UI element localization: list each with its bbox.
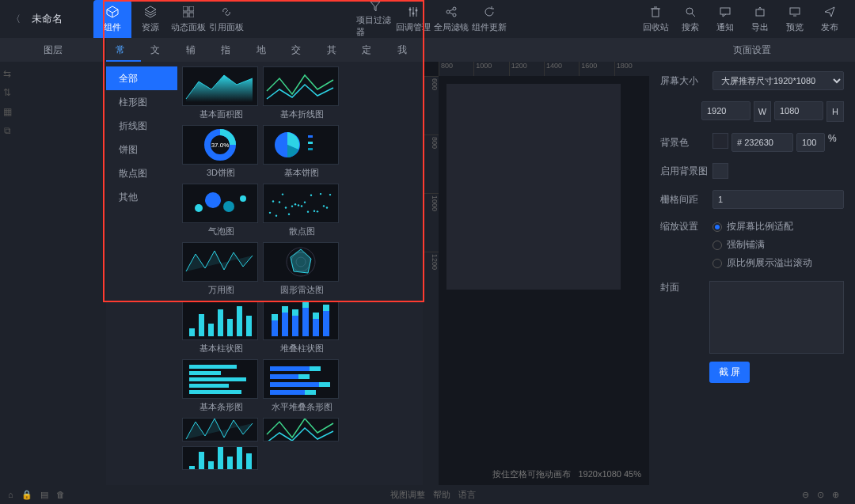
svg-rect-98 (270, 390, 305, 395)
zoom-opt-1[interactable]: 强制铺满 (712, 238, 844, 252)
chart-card[interactable] (182, 418, 260, 441)
svg-rect-23 (652, 9, 659, 17)
category-tabs: 常规 文字 辅助 指标 地图 交互 其他 定制 我的 (106, 38, 423, 62)
chart-card[interactable]: 水平堆叠条形图 (263, 359, 340, 413)
zoom-in-icon[interactable]: ⊕ (832, 490, 839, 500)
svg-point-58 (314, 210, 315, 212)
svg-rect-106 (246, 453, 252, 470)
tab-recycle[interactable]: 回收站 (638, 0, 673, 38)
align-icon[interactable]: ⇅ (3, 87, 11, 98)
zoom-out-icon[interactable]: ⊖ (802, 490, 809, 500)
cat-map[interactable]: 地图 (247, 38, 282, 62)
lock-icon[interactable]: 🔒 (21, 490, 32, 500)
tab-project-filter[interactable]: 项目过滤器 (356, 0, 394, 38)
tab-component-update[interactable]: 组件更新 (470, 0, 508, 38)
svg-line-21 (450, 9, 453, 11)
cat-custom[interactable]: 定制 (352, 38, 387, 62)
tab-label: 搜索 (682, 21, 699, 33)
cat-other[interactable]: 其他 (317, 38, 352, 62)
layer-panel (14, 62, 106, 485)
footer-lang[interactable]: 语言 (458, 489, 476, 501)
zoom-opt-0[interactable]: 按屏幕比例适配 (712, 220, 844, 233)
svg-point-63 (329, 194, 331, 195)
lib-side-bar[interactable]: 柱形图 (106, 90, 177, 114)
footer-view[interactable]: 视图调整 (390, 489, 425, 501)
tab-label: 组件 (104, 21, 121, 33)
copy-icon[interactable]: ⧉ (4, 125, 11, 136)
cat-text[interactable]: 文字 (141, 38, 176, 62)
chart-card[interactable]: 基本柱状图 (182, 301, 260, 354)
lib-side-pie[interactable]: 饼图 (106, 138, 177, 161)
layers-icon[interactable]: ▤ (40, 490, 48, 500)
svg-rect-70 (208, 324, 214, 336)
chart-card[interactable]: 37.0%3D饼图 (182, 125, 260, 179)
chart-card[interactable]: 基本饼图 (263, 125, 340, 179)
group-icon[interactable]: ▦ (3, 106, 12, 117)
lib-side-other[interactable]: 其他 (106, 185, 177, 209)
canvas-area[interactable]: 80010001200140016001800 60080010001200 按… (423, 62, 649, 485)
grid-spacing-input[interactable] (712, 190, 844, 209)
tab-reference-panel[interactable]: 引用面板 (207, 0, 245, 38)
zoom-opt-2[interactable]: 原比例展示溢出滚动 (712, 256, 844, 270)
chart-card[interactable]: 万用图 (182, 242, 260, 296)
canvas-stage[interactable] (446, 84, 621, 290)
tab-dynamic-panel[interactable]: 动态面板 (169, 0, 207, 38)
cat-mine[interactable]: 我的 (388, 38, 423, 62)
lib-side-scatter[interactable]: 散点图 (106, 161, 177, 185)
cat-indicator[interactable]: 指标 (211, 38, 246, 62)
chart-card[interactable] (182, 446, 260, 470)
screen-preset-select[interactable]: 大屏推荐尺寸1920*1080 (712, 71, 844, 90)
enable-bg-checkbox[interactable] (712, 163, 728, 179)
chart-card[interactable]: 基本折线图 (263, 66, 340, 120)
svg-rect-85 (323, 311, 329, 336)
width-input[interactable] (701, 101, 750, 120)
tab-global-filter[interactable]: 全局滤镜 (432, 0, 470, 38)
chart-card[interactable]: 基本条形图 (182, 359, 260, 413)
zoom-reset-icon[interactable]: ⊙ (817, 490, 824, 500)
svg-rect-93 (310, 366, 321, 371)
height-input[interactable] (774, 101, 823, 120)
tab-label: 回收站 (643, 21, 669, 33)
svg-rect-95 (298, 374, 310, 379)
svg-rect-105 (237, 446, 242, 470)
trash-icon[interactable]: 🗑 (56, 490, 65, 499)
chart-card[interactable]: 散点图 (263, 184, 340, 237)
svg-rect-69 (199, 314, 204, 336)
footer-help[interactable]: 帮助 (433, 489, 450, 501)
chart-card[interactable]: 堆叠柱状图 (263, 301, 340, 354)
chart-card[interactable]: 圆形雷达图 (263, 242, 340, 296)
cat-assist[interactable]: 辅助 (177, 38, 211, 62)
bg-swatch[interactable] (712, 133, 728, 149)
chart-card[interactable] (263, 418, 340, 441)
footer: ⌂ 🔒 ▤ 🗑 视图调整 帮助 语言 ⊖ ⊙ ⊕ (0, 485, 855, 504)
tab-preview[interactable]: 预览 (777, 0, 812, 38)
tab-publish[interactable]: 发布 (812, 0, 847, 38)
tab-export[interactable]: 导出 (743, 0, 777, 38)
link-icon (219, 5, 234, 19)
chart-card[interactable]: 气泡图 (182, 184, 260, 237)
cat-general[interactable]: 常规 (106, 38, 141, 62)
align-icon[interactable]: ⇆ (3, 68, 11, 79)
svg-marker-6 (145, 6, 156, 13)
tab-resources[interactable]: 资源 (131, 0, 169, 38)
bg-hex-input[interactable] (732, 133, 793, 152)
home-icon[interactable]: ⌂ (8, 490, 13, 499)
chart-card[interactable]: 基本面积图 (182, 66, 260, 120)
back-button[interactable]: 〈 (8, 13, 24, 26)
tab-search[interactable]: 搜索 (673, 0, 708, 38)
svg-point-52 (294, 203, 296, 205)
zoom-label: 缩放设置 (660, 220, 712, 233)
bg-opacity-input[interactable] (796, 133, 825, 152)
svg-rect-102 (208, 461, 214, 470)
cat-interact[interactable]: 交互 (282, 38, 317, 62)
lib-side-line[interactable]: 折线图 (106, 114, 177, 138)
tab-notify[interactable]: 通知 (708, 0, 743, 38)
svg-point-47 (279, 201, 280, 203)
svg-rect-77 (282, 313, 288, 336)
tab-callback[interactable]: 回调管理 (394, 0, 432, 38)
height-unit: H (826, 101, 844, 122)
capture-button[interactable]: 截 屏 (709, 362, 750, 383)
tab-components[interactable]: 组件 (93, 0, 131, 38)
lib-side-all[interactable]: 全部 (106, 66, 177, 90)
svg-rect-71 (218, 309, 223, 336)
